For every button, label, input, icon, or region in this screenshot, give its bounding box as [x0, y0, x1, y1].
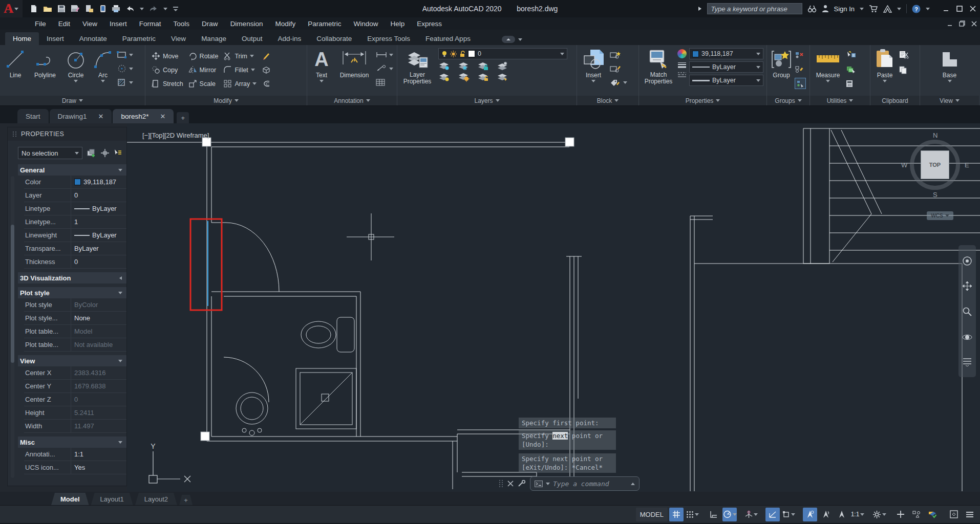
redo-dropdown-icon[interactable]: [163, 8, 167, 10]
group-edit-button[interactable]: [795, 63, 806, 75]
layer-isolate-button[interactable]: [497, 61, 509, 71]
paste-button[interactable]: Paste: [874, 47, 896, 82]
quick-select-palette-icon[interactable]: [113, 148, 122, 158]
layer-lock-button[interactable]: [477, 61, 489, 71]
layers-panel-label[interactable]: Layers: [397, 96, 577, 105]
prop-row-transparency[interactable]: Transpare...ByLayer: [24, 242, 126, 255]
layer-make-current-button[interactable]: [438, 73, 451, 82]
viewcube[interactable]: TOP N W E S: [899, 133, 971, 204]
utilities-panel-label[interactable]: Utilities: [810, 96, 870, 105]
fillet-button[interactable]: Fillet: [223, 66, 257, 74]
circle-button[interactable]: Circle: [62, 47, 89, 82]
model-space-toggle[interactable]: MODEL: [636, 508, 668, 521]
object-snap-tracking-toggle[interactable]: [765, 508, 780, 521]
layer-dropdown-icon[interactable]: [560, 53, 564, 55]
infocenter-toggle-icon[interactable]: [698, 6, 702, 11]
draw-panel-expand-icon[interactable]: [79, 99, 83, 102]
grid-display-toggle[interactable]: [669, 508, 684, 521]
ribbon-tab-collaborate[interactable]: Collaborate: [309, 32, 359, 45]
iso-dropdown-icon[interactable]: [754, 513, 758, 516]
command-bar-grip[interactable]: [499, 480, 503, 487]
circle-dropdown-icon[interactable]: [74, 80, 78, 82]
autoscale-toggle[interactable]: [819, 508, 833, 521]
menu-format[interactable]: Format: [133, 20, 167, 28]
layout-tab-layout1[interactable]: Layout1: [91, 493, 133, 505]
prop-row-layer[interactable]: Layer0: [24, 189, 126, 202]
object-color-dropdown[interactable]: 39,118,187: [689, 48, 763, 59]
collapse-icon[interactable]: [118, 360, 122, 362]
dimension-button[interactable]: Dimension: [336, 47, 373, 79]
ribbon-tab-parametric[interactable]: Parametric: [115, 32, 163, 45]
select-objects-icon[interactable]: [100, 148, 110, 158]
ribbon-tab-addins[interactable]: Add-ins: [270, 32, 309, 45]
layout-tab-model[interactable]: Model: [51, 493, 89, 505]
sign-in-user-icon[interactable]: [822, 5, 829, 13]
search-binoculars-icon[interactable]: [807, 5, 817, 13]
arc-dropdown-icon[interactable]: [101, 80, 105, 82]
rectangle-dropdown-icon[interactable]: [129, 54, 133, 56]
navbar-menu-icon[interactable]: [962, 357, 972, 366]
open-folder-icon[interactable]: [43, 5, 52, 13]
new-layout-button[interactable]: +: [179, 495, 193, 505]
customization-button[interactable]: [893, 508, 908, 521]
ellipse-button[interactable]: [117, 63, 133, 74]
isolate-objects-button[interactable]: [909, 508, 924, 521]
object-snap-toggle[interactable]: [781, 508, 796, 521]
groups-panel-label[interactable]: Groups: [767, 96, 809, 105]
scale-button[interactable]: Scale: [188, 79, 219, 88]
ribbon-tab-insert[interactable]: Insert: [39, 32, 72, 45]
help-dropdown-icon[interactable]: [926, 8, 930, 10]
zoom-icon[interactable]: [962, 307, 972, 317]
ribbon-tab-featuredapps[interactable]: Featured Apps: [418, 32, 478, 45]
polar-dropdown-icon[interactable]: [733, 513, 737, 516]
snap-dropdown-icon[interactable]: [695, 513, 699, 516]
block-panel-label[interactable]: Block: [577, 96, 638, 105]
section-header-view[interactable]: View: [18, 355, 126, 366]
annotation-panel-expand-icon[interactable]: [366, 99, 370, 102]
ortho-mode-toggle[interactable]: [707, 508, 721, 521]
save-icon[interactable]: [57, 5, 66, 13]
prop-row-linetype[interactable]: LinetypeByLayer: [24, 202, 126, 215]
prop-row-lineweight[interactable]: LineweightByLayer: [24, 229, 126, 242]
clean-screen-button[interactable]: [947, 508, 961, 521]
new-tab-button[interactable]: +: [177, 112, 189, 123]
group-selection-toggle[interactable]: [795, 78, 806, 89]
app-store-cart-icon[interactable]: [869, 5, 878, 13]
pan-icon[interactable]: [962, 281, 972, 291]
linear-dimension-button[interactable]: [376, 49, 393, 60]
measure-button[interactable]: Measure: [813, 47, 843, 82]
draw-panel-label[interactable]: Draw: [0, 96, 145, 105]
undo-dropdown-icon[interactable]: [140, 8, 144, 10]
copy-button[interactable]: Copy: [152, 66, 183, 74]
explode-button[interactable]: [262, 66, 271, 74]
close-tab-icon[interactable]: ✕: [98, 113, 104, 120]
customize-qat-icon[interactable]: [173, 6, 179, 12]
arc-button[interactable]: Arc: [92, 47, 114, 82]
linetype-list-icon[interactable]: [677, 72, 687, 78]
leader-dropdown-icon[interactable]: [389, 68, 393, 70]
linear-dim-dropdown-icon[interactable]: [389, 54, 393, 56]
layers-panel-expand-icon[interactable]: [496, 99, 500, 102]
graphics-performance-button[interactable]: [925, 508, 940, 521]
file-tab-start[interactable]: Start: [17, 109, 49, 123]
menu-edit[interactable]: Edit: [52, 20, 76, 28]
color-dropdown-icon[interactable]: [756, 53, 760, 55]
ribbon-tab-view[interactable]: View: [163, 32, 194, 45]
ellipse-dropdown-icon[interactable]: [129, 68, 133, 70]
status-menu-button[interactable]: [963, 508, 977, 521]
select-similar-button[interactable]: [846, 63, 856, 75]
wcs-dropdown[interactable]: WCS: [927, 211, 953, 220]
command-dropdown-icon[interactable]: [546, 483, 550, 485]
command-input[interactable]: Type a command: [530, 476, 640, 491]
command-history-up-icon[interactable]: [631, 483, 635, 485]
close-icon[interactable]: [970, 6, 976, 12]
menu-tools[interactable]: Tools: [167, 20, 196, 28]
help-icon[interactable]: ?: [912, 5, 921, 13]
doc-close-icon[interactable]: [971, 21, 977, 27]
minimize-icon[interactable]: [943, 6, 949, 12]
view-panel-expand-icon[interactable]: [955, 99, 960, 102]
lineweight-list-icon[interactable]: [677, 62, 687, 68]
sign-in-link[interactable]: Sign In: [834, 5, 855, 13]
redo-icon[interactable]: [149, 5, 158, 12]
annotation-visibility-toggle[interactable]: [803, 508, 817, 521]
